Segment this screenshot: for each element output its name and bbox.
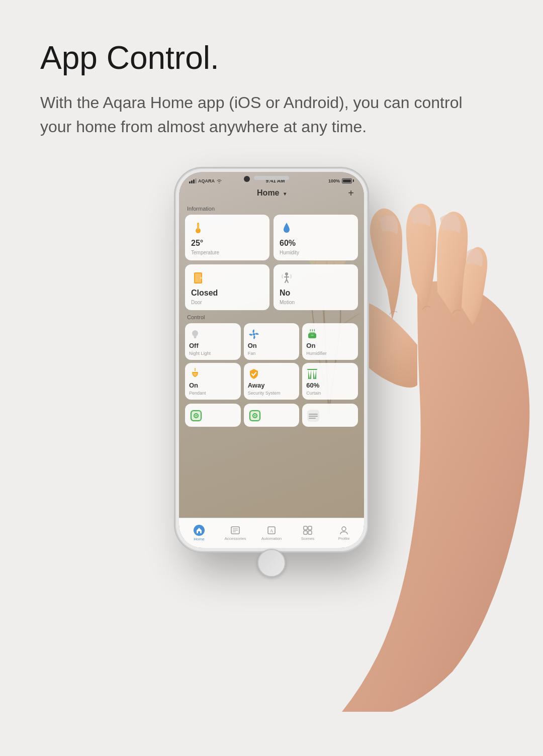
tab-home[interactable]: Home [181, 525, 217, 541]
card-door[interactable]: Closed Door [185, 264, 269, 310]
svg-rect-44 [308, 531, 312, 534]
nav-add-button[interactable]: + [348, 187, 354, 199]
wifi-icon [216, 178, 222, 183]
battery-fill [343, 179, 351, 182]
card-motion[interactable]: No Motion [274, 264, 358, 310]
card-bottom-2[interactable] [244, 404, 300, 427]
card-temperature[interactable]: 25° Temperature [185, 215, 269, 260]
svg-point-14 [192, 330, 198, 336]
svg-rect-22 [307, 369, 317, 370]
door-icon [191, 270, 205, 285]
tab-automation[interactable]: A Automation [253, 525, 290, 541]
card-curtain[interactable]: 60% Curtain [302, 363, 358, 400]
control-grid: Off Night Light [185, 323, 358, 400]
battery-tip [353, 179, 354, 182]
green-app-icon-2 [248, 409, 262, 423]
fan-label: Fan [248, 351, 296, 356]
shield-icon [248, 368, 260, 380]
signal-bar-2 [191, 180, 193, 183]
tab-profile-label: Profile [338, 536, 350, 541]
phone-mockup: AQARA 9:41 AM 100% [176, 169, 367, 551]
svg-point-26 [196, 415, 197, 417]
svg-rect-43 [304, 531, 307, 534]
nav-bar: Home ▾ + [179, 185, 364, 199]
svg-point-30 [254, 415, 255, 417]
battery-icon [342, 178, 354, 183]
status-right: 100% [328, 178, 354, 183]
card-night-light[interactable]: Off Night Light [185, 323, 241, 360]
page-title: App Control. [40, 40, 503, 75]
fan-value: On [248, 342, 296, 349]
night-light-label: Night Light [189, 351, 237, 356]
svg-rect-15 [194, 336, 197, 337]
card-bottom-1[interactable] [185, 404, 241, 427]
motion-value: No [280, 289, 352, 298]
svg-rect-34 [309, 418, 316, 419]
header-section: App Control. With the Aqara Home app (iO… [0, 0, 543, 159]
section-label-control: Control [187, 314, 358, 320]
information-grid: 25° Temperature 60% Humidity [185, 215, 358, 310]
tab-profile[interactable]: Profile [326, 525, 362, 541]
signal-bar-1 [189, 181, 191, 183]
bottom-grid [185, 404, 358, 427]
svg-rect-42 [308, 526, 312, 530]
tab-accessories[interactable]: Accessories [217, 525, 253, 541]
humidity-value: 60% [280, 239, 352, 248]
card-humidifier[interactable]: On Humidifier [302, 323, 358, 360]
card-security[interactable]: Away Security System [244, 363, 300, 400]
humidifier-label: Humidifier [306, 351, 354, 356]
svg-point-17 [252, 333, 255, 336]
svg-rect-19 [309, 332, 315, 334]
phone-screen: AQARA 9:41 AM 100% [179, 172, 364, 548]
signal-bar-4 [195, 178, 197, 183]
security-label: Security System [248, 391, 296, 396]
thermometer-icon [191, 221, 205, 235]
gray-app-icon [306, 409, 320, 423]
app-content: Information 25° Temperature [179, 199, 364, 524]
card-bottom-3[interactable] [302, 404, 358, 427]
humidity-label: Humidity [280, 250, 352, 255]
card-pendant[interactable]: On Pendant [185, 363, 241, 400]
tab-accessories-label: Accessories [224, 536, 246, 541]
humidifier-value: On [306, 342, 354, 349]
phone-scene: AQARA 9:41 AM 100% [0, 159, 543, 712]
svg-rect-16 [194, 337, 196, 338]
tab-scenes-label: Scenes [301, 536, 315, 541]
svg-text:A: A [270, 528, 274, 533]
svg-rect-11 [195, 273, 201, 282]
signal-bar-3 [193, 179, 195, 183]
section-label-information: Information [187, 206, 358, 212]
svg-rect-9 [198, 224, 199, 230]
battery-body [342, 178, 352, 183]
svg-rect-41 [304, 526, 307, 530]
humidifier-icon [306, 328, 318, 340]
tab-home-label: Home [194, 537, 204, 541]
page-wrapper: App Control. With the Aqara Home app (iO… [0, 0, 543, 756]
pendant-label: Pendant [189, 391, 237, 396]
tab-scenes[interactable]: Scenes [290, 525, 326, 541]
door-value: Closed [191, 289, 263, 298]
motion-label: Motion [280, 300, 352, 305]
lightbulb-icon [189, 328, 201, 340]
card-humidity[interactable]: 60% Humidity [274, 215, 358, 260]
svg-point-45 [342, 527, 346, 531]
scenes-icon [303, 525, 313, 535]
nav-title: Home ▾ [257, 188, 286, 198]
card-fan[interactable]: On Fan [244, 323, 300, 360]
security-value: Away [248, 382, 296, 389]
curtain-label: Curtain [306, 391, 354, 396]
automation-icon: A [266, 525, 277, 535]
home-icon [196, 527, 203, 534]
nav-chevron: ▾ [284, 191, 286, 197]
status-left: AQARA [189, 178, 222, 183]
phone-home-button[interactable] [257, 549, 286, 577]
motion-icon [280, 270, 294, 285]
carrier-label: AQARA [198, 178, 215, 183]
phone-frame: AQARA 9:41 AM 100% [179, 172, 364, 548]
drop-icon [280, 221, 294, 235]
phone-speaker [254, 176, 289, 180]
signal-bars [189, 178, 197, 183]
page-subtitle: With the Aqara Home app (iOS or Android)… [40, 90, 473, 139]
door-label: Door [191, 300, 263, 305]
nav-title-text: Home [257, 188, 279, 197]
